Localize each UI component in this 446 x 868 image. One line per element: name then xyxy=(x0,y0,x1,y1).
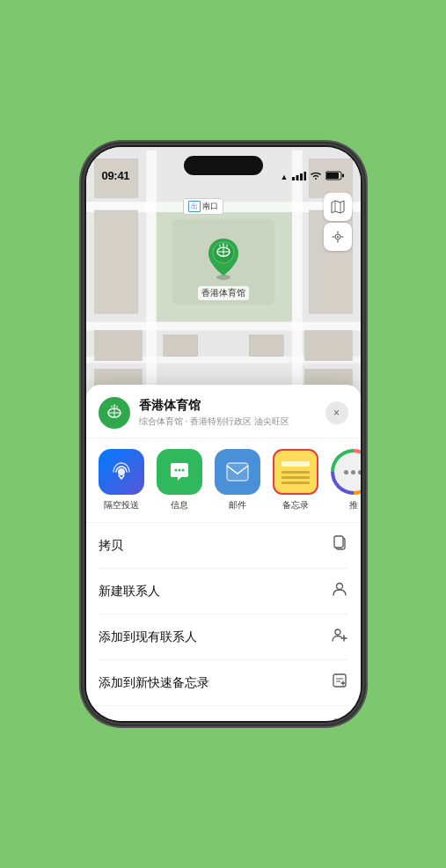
bottom-sheet: 香港体育馆 综合体育馆 · 香港特别行政区 油尖旺区 × xyxy=(86,385,361,721)
location-icon: ▲ xyxy=(281,173,289,181)
svg-rect-0 xyxy=(292,177,295,180)
svg-point-51 xyxy=(335,629,340,635)
svg-rect-54 xyxy=(333,674,346,687)
mail-label: 邮件 xyxy=(229,499,246,511)
action-notes[interactable]: 备忘录 xyxy=(273,449,318,511)
action-mail[interactable]: 邮件 xyxy=(215,449,260,511)
menu-items: 拷贝 新建联系人 xyxy=(86,523,361,721)
menu-item-new-contact[interactable]: 新建联系人 xyxy=(99,569,348,614)
add-existing-label: 添加到现有联系人 xyxy=(99,629,197,645)
status-icons: ▲ xyxy=(281,171,345,182)
svg-rect-3 xyxy=(303,172,306,180)
signal-icon xyxy=(292,172,306,182)
add-notes-icon xyxy=(331,672,348,694)
venue-name: 香港体育馆 xyxy=(139,398,317,414)
venue-marker: 香港体育馆 xyxy=(198,235,249,300)
map-type-button[interactable] xyxy=(324,193,352,221)
svg-rect-14 xyxy=(292,151,303,408)
svg-rect-6 xyxy=(342,174,344,178)
svg-point-45 xyxy=(181,469,184,472)
airdrop-icon xyxy=(99,449,144,495)
menu-item-print[interactable]: 打印 xyxy=(99,706,348,721)
new-contact-icon xyxy=(331,580,348,602)
menu-item-copy[interactable]: 拷贝 xyxy=(99,523,348,569)
svg-point-43 xyxy=(174,469,177,472)
action-airdrop[interactable]: 隔空投送 xyxy=(99,449,144,511)
svg-rect-1 xyxy=(296,175,298,180)
more-label: 推 xyxy=(349,499,358,511)
menu-item-add-notes[interactable]: 添加到新快速备忘录 xyxy=(99,660,348,706)
battery-icon xyxy=(325,171,345,182)
share-actions: 隔空投送 信息 xyxy=(86,438,361,523)
action-messages[interactable]: 信息 xyxy=(157,449,202,511)
map-controls[interactable] xyxy=(324,193,352,251)
svg-rect-20 xyxy=(304,331,352,361)
svg-rect-11 xyxy=(86,322,361,331)
sheet-header: 香港体育馆 综合体育馆 · 香港特别行政区 油尖旺区 × xyxy=(86,385,361,438)
mail-icon xyxy=(215,449,260,495)
venue-marker-label: 香港体育馆 xyxy=(198,286,249,300)
venue-logo xyxy=(99,397,130,429)
location-button[interactable] xyxy=(324,223,352,251)
svg-point-42 xyxy=(118,468,125,475)
messages-label: 信息 xyxy=(171,499,188,511)
menu-item-add-existing[interactable]: 添加到现有联系人 xyxy=(99,614,348,660)
wifi-icon xyxy=(310,172,322,182)
status-time: 09:41 xyxy=(102,169,130,182)
svg-rect-46 xyxy=(227,463,248,481)
add-existing-icon xyxy=(331,626,348,648)
new-contact-label: 新建联系人 xyxy=(99,584,160,600)
svg-rect-5 xyxy=(326,173,339,179)
svg-rect-59 xyxy=(334,719,345,721)
venue-subtitle: 综合体育馆 · 香港特别行政区 油尖旺区 xyxy=(139,416,317,428)
action-more[interactable]: 推 xyxy=(331,449,361,511)
add-notes-label: 添加到新快速备忘录 xyxy=(99,675,209,691)
svg-point-44 xyxy=(178,469,180,472)
map-area: 出 南口 xyxy=(86,147,361,411)
svg-point-50 xyxy=(336,584,342,590)
south-gate-label: 出 南口 xyxy=(183,198,223,215)
airdrop-label: 隔空投送 xyxy=(104,499,139,511)
svg-rect-24 xyxy=(249,335,283,356)
close-button[interactable]: × xyxy=(325,401,348,424)
svg-point-26 xyxy=(337,236,339,238)
dynamic-island xyxy=(184,156,263,175)
svg-rect-49 xyxy=(334,536,343,548)
svg-rect-2 xyxy=(300,173,303,180)
svg-rect-13 xyxy=(146,151,157,408)
copy-icon xyxy=(331,534,348,556)
notes-label: 备忘录 xyxy=(282,499,309,511)
svg-rect-23 xyxy=(163,335,197,356)
print-icon xyxy=(331,717,348,721)
messages-icon xyxy=(157,449,202,495)
phone-screen: 09:41 ▲ xyxy=(86,147,361,721)
more-icon xyxy=(331,449,361,495)
notes-icon xyxy=(273,449,318,495)
svg-rect-19 xyxy=(94,331,142,361)
print-label: 打印 xyxy=(99,721,123,722)
venue-info: 香港体育馆 综合体育馆 · 香港特别行政区 油尖旺区 xyxy=(139,398,317,428)
phone-frame: 09:41 ▲ xyxy=(83,143,364,725)
svg-rect-16 xyxy=(94,210,137,313)
copy-label: 拷贝 xyxy=(99,538,123,554)
